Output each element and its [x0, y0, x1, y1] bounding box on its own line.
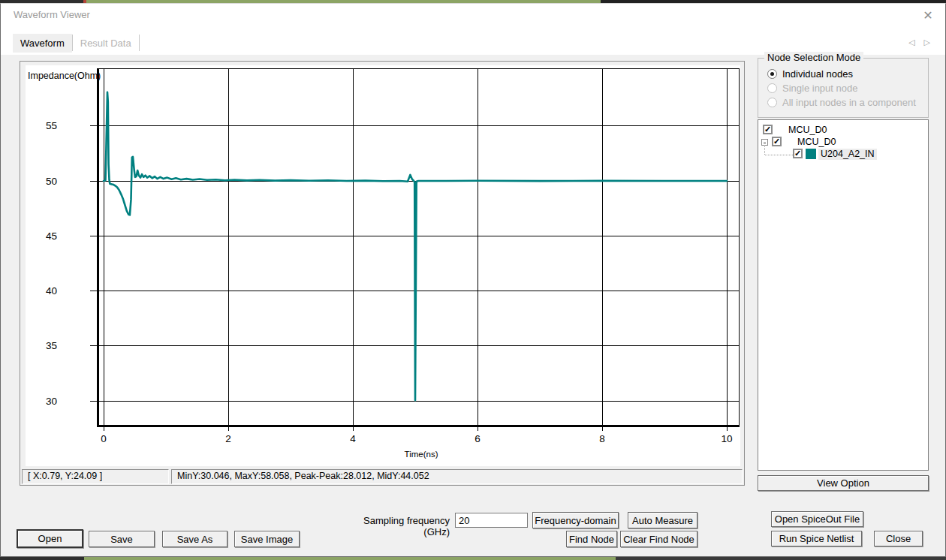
- tree-item-label[interactable]: MCU_D0: [797, 137, 836, 148]
- measurement-readout: MinY:30.046, MaxY:58.058, Peak-Peak:28.0…: [171, 469, 743, 484]
- svg-text:4: 4: [350, 433, 356, 444]
- checkbox-checked-icon[interactable]: ✓: [763, 125, 773, 134]
- group-title: Node Selection Mode: [764, 52, 863, 63]
- window-title: Waveform Viewer: [14, 4, 90, 26]
- radio-icon[interactable]: [767, 69, 777, 79]
- close-icon[interactable]: ✕: [920, 7, 936, 23]
- checkbox-checked-icon[interactable]: ✓: [793, 149, 803, 158]
- auto-measure-button[interactable]: Auto Measure: [628, 512, 697, 528]
- svg-text:50: 50: [46, 176, 57, 187]
- svg-text:8: 8: [599, 433, 605, 444]
- waveform-plot[interactable]: 0246810555045403530 Impedance(Ohm) Time(…: [26, 65, 740, 466]
- tab-result-data[interactable]: Result Data: [73, 34, 139, 53]
- sampling-frequency-input[interactable]: [455, 513, 528, 528]
- y-axis-title: Impedance(Ohm): [28, 71, 101, 81]
- svg-text:35: 35: [46, 340, 57, 351]
- clear-find-node-button[interactable]: Clear Find Node: [620, 531, 697, 547]
- strip-seg: [84, 557, 616, 560]
- strip-seg: [601, 0, 946, 3]
- radio-individual-nodes[interactable]: Individual nodes: [758, 67, 928, 81]
- tree-item-label[interactable]: U204_A2_IN: [818, 149, 877, 160]
- title-bar: Waveform Viewer ✕: [1, 4, 945, 26]
- tree-item-label[interactable]: MCU_D0: [788, 125, 827, 136]
- strip-seg: [0, 557, 84, 560]
- save-image-button[interactable]: Save Image: [234, 531, 300, 547]
- open-spiceout-file-button[interactable]: Open SpiceOut File: [771, 511, 863, 527]
- open-button[interactable]: Open: [17, 529, 83, 548]
- node-tree: ✓ MCU_D0 ✓ MCU_D0 ✓ U204_A2_IN: [758, 119, 929, 471]
- chart-status-bar: [ X:0.79, Y:24.09 ] MinY:30.046, MaxY:58…: [22, 469, 743, 484]
- tree-row-u204-a2-in[interactable]: ✓ U204_A2_IN: [758, 149, 928, 161]
- radio-label: Individual nodes: [782, 68, 853, 80]
- tab-scroll-left-icon[interactable]: ◁: [908, 38, 914, 47]
- svg-text:40: 40: [46, 285, 57, 297]
- tree-row-mcu-d0[interactable]: ✓ MCU_D0: [758, 125, 928, 137]
- waveform-plot-svg[interactable]: 0246810555045403530: [26, 65, 740, 466]
- run-spice-netlist-button[interactable]: Run Spice Netlist: [771, 531, 862, 546]
- node-selection-mode-group: Node Selection Mode Individual nodes Sin…: [758, 58, 929, 118]
- tab-divider: [139, 35, 140, 51]
- find-node-button[interactable]: Find Node: [566, 531, 617, 547]
- radio-single-input-node: Single input node: [758, 81, 928, 95]
- svg-text:30: 30: [46, 396, 57, 407]
- svg-text:55: 55: [46, 120, 57, 131]
- tab-scroll-arrows: ◁ ▷: [908, 38, 930, 47]
- chart-panel: 0246810555045403530 Impedance(Ohm) Time(…: [20, 61, 745, 486]
- cursor-readout: [ X:0.79, Y:24.09 ]: [22, 469, 169, 484]
- node-color-swatch: [806, 149, 816, 159]
- tab-strip: Waveform Result Data ◁ ▷: [1, 26, 945, 55]
- radio-all-input-nodes: All input nodes in a component: [758, 95, 928, 110]
- strip-seg: [0, 0, 83, 3]
- background-app-strip-top: [0, 0, 946, 3]
- svg-text:0: 0: [101, 433, 107, 444]
- checkbox-checked-icon[interactable]: ✓: [772, 137, 782, 146]
- radio-icon: [767, 83, 777, 93]
- sampling-frequency-label: Sampling frequency (GHz): [337, 515, 450, 537]
- background-app-strip-bottom: [0, 557, 946, 560]
- radio-label: Single input node: [782, 83, 857, 94]
- radio-label: All input nodes in a component: [782, 97, 916, 108]
- svg-text:45: 45: [46, 230, 57, 242]
- svg-text:2: 2: [225, 433, 231, 444]
- frequency-domain-button[interactable]: Frequency-domain: [532, 512, 619, 528]
- close-button[interactable]: Close: [874, 531, 923, 546]
- svg-text:6: 6: [475, 433, 481, 444]
- waveform-viewer-window: Waveform Viewer ✕ Waveform Result Data ◁…: [0, 3, 946, 557]
- strip-seg: [616, 557, 946, 560]
- tab-waveform[interactable]: Waveform: [13, 34, 72, 53]
- x-axis-title: Time(ns): [365, 450, 478, 459]
- tab-scroll-right-icon[interactable]: ▷: [924, 38, 930, 47]
- view-option-button[interactable]: View Option: [758, 475, 929, 491]
- radio-icon: [767, 98, 777, 107]
- save-button[interactable]: Save: [89, 531, 155, 547]
- tree-row-mcu-d0-child[interactable]: ✓ MCU_D0: [758, 137, 928, 149]
- svg-text:10: 10: [721, 433, 732, 444]
- strip-seg: [86, 0, 601, 3]
- screen: Waveform Viewer ✕ Waveform Result Data ◁…: [0, 0, 946, 560]
- save-as-button[interactable]: Save As: [162, 531, 227, 547]
